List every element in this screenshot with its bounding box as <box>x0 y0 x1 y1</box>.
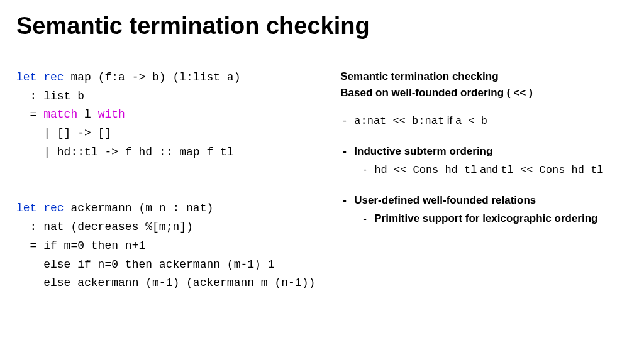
notes-text: Based on well-founded ordering ( <box>340 87 513 99</box>
page-title: Semantic termination checking <box>16 13 628 40</box>
list-item: hd << Cons hd tl and tl << Cons hd tl <box>340 162 628 178</box>
code-inline: tl << Cons hd tl <box>501 164 603 176</box>
code-text: | [] -> [] <box>16 127 111 140</box>
code-text: : list b <box>16 90 84 102</box>
code-inline: a < b <box>455 115 487 127</box>
notes-text: if <box>444 114 455 126</box>
code-inline: hd << Cons hd tl <box>374 164 477 176</box>
code-text: = if m=0 then n+1 <box>16 239 145 252</box>
kw-with: with <box>98 108 125 121</box>
kw-let-rec: let rec <box>16 202 64 214</box>
list-item: a:nat << b:nat if a < b <box>340 112 628 129</box>
code-ackermann: let rec ackermann (m n : nat) : nat (dec… <box>16 199 315 292</box>
notes-text: and <box>477 163 501 175</box>
notes-list: Inductive subterm ordering hd << Cons hd… <box>340 143 628 178</box>
notes-heading: Based on well-founded ordering ( << ) <box>340 85 628 102</box>
code-text: l <box>77 108 97 121</box>
code-text: else if n=0 then ackermann (m-1) 1 <box>16 258 274 271</box>
code-column: let rec map (f:a -> b) (l:list a) : list… <box>16 69 315 331</box>
list-item: Inductive subterm ordering <box>340 143 628 160</box>
code-text: : nat (decreases %[m;n]) <box>16 221 193 233</box>
notes-heading: Semantic termination checking <box>340 69 628 85</box>
op-ll: << <box>513 87 526 99</box>
notes-column: Semantic termination checking Based on w… <box>340 69 628 331</box>
code-map: let rec map (f:a -> b) (l:list a) : list… <box>16 69 315 162</box>
kw-let-rec: let rec <box>16 71 64 84</box>
notes-list: a:nat << b:nat if a < b <box>340 112 628 129</box>
content-columns: let rec map (f:a -> b) (l:list a) : list… <box>16 69 628 331</box>
list-item: User-defined well-founded relations <box>340 192 628 209</box>
code-text: | hd::tl -> f hd :: map f tl <box>16 146 234 158</box>
code-text: else ackermann (m-1) (ackermann m (n-1)) <box>16 277 315 289</box>
list-item: Primitive support for lexicographic orde… <box>340 211 628 227</box>
kw-match: match <box>43 108 77 121</box>
code-inline: a:nat << b:nat <box>354 115 444 127</box>
notes-list: User-defined well-founded relations Prim… <box>340 192 628 227</box>
code-text: map (f:a -> b) (l:list a) <box>64 71 241 84</box>
notes-text: ) <box>526 87 533 99</box>
code-text: ackermann (m n : nat) <box>64 202 214 214</box>
code-text: = <box>16 108 43 121</box>
